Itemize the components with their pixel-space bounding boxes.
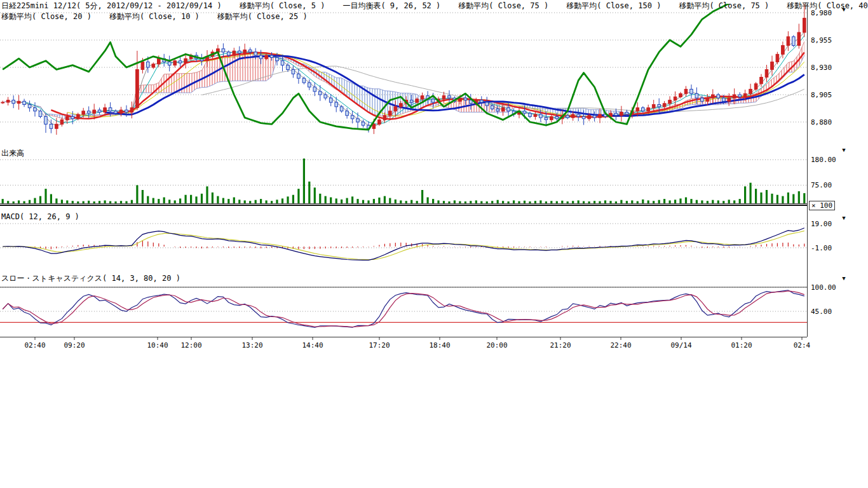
volume-pane-scroll-down-icon[interactable]: ▼ [839,147,849,154]
volume-multiplier-badge: × 100 [809,201,835,210]
legend-ma20: 移動平均( Close, 20 ) [1,11,92,22]
svg-text:13:20: 13:20 [241,341,262,349]
svg-text:12:00: 12:00 [180,341,201,349]
svg-text:8,930: 8,930 [811,64,832,72]
legend-ma75a: 移動平均( Close, 75 ) [458,1,548,11]
svg-text:21:20: 21:20 [550,341,571,349]
legend-ma40: 移動平均( Close, 40 ) [787,1,868,11]
stochastics-pane-label: スロー・ストキャスティクス( 14, 3, 80, 20 ) [1,273,180,284]
indicator-legend-row1: 日経225mini 12/12( 5分, 2012/09/12 - 2012/0… [1,1,868,11]
svg-text:100.00: 100.00 [811,283,836,292]
svg-text:14:40: 14:40 [302,341,323,349]
chart-app-window: 8,9808,9558,9308,9058,880180.0075.0019.0… [0,0,868,488]
svg-text:19.00: 19.00 [811,220,832,228]
svg-text:10:40: 10:40 [147,341,168,349]
svg-text:45.00: 45.00 [811,308,832,316]
svg-text:17:20: 17:20 [369,341,390,349]
svg-text:-1.00: -1.00 [811,244,832,252]
svg-text:180.00: 180.00 [811,156,836,164]
svg-text:75.00: 75.00 [811,181,832,189]
legend-ma25: 移動平均( Close, 25 ) [217,11,308,22]
svg-text:20:00: 20:00 [486,341,507,349]
legend-ma10: 移動平均( Close, 10 ) [109,11,200,22]
svg-text:8,955: 8,955 [811,36,832,44]
svg-text:22:40: 22:40 [610,341,631,349]
macd-pane-label: MACD( 12, 26, 9 ) [1,212,79,221]
volume-pane-label: 出来高 [1,148,24,159]
svg-text:8,880: 8,880 [811,118,832,126]
svg-text:09/14: 09/14 [670,341,691,349]
legend-instrument: 日経225mini 12/12( 5分, 2012/09/12 - 2012/0… [1,1,222,11]
stoch-pane-scroll-down-icon[interactable]: ▼ [839,275,849,283]
svg-text:18:40: 18:40 [429,341,450,349]
price-pane-scroll-down-icon[interactable]: ▼ [839,6,849,14]
svg-text:8,905: 8,905 [811,91,832,99]
chart-canvas: 8,9808,9558,9308,9058,880180.0075.0019.0… [0,0,868,356]
legend-ma5: 移動平均( Close, 5 ) [240,1,325,11]
svg-text:02:4: 02:4 [794,341,811,349]
legend-ichimoku: 一目均衡表( 9, 26, 52 ) [342,1,440,11]
legend-ma75b: 移動平均( Close, 75 ) [679,1,769,11]
legend-ma150: 移動平均( Close, 150 ) [566,1,661,11]
macd-pane-scroll-down-icon[interactable]: ▼ [839,215,849,222]
indicator-legend-row2: 移動平均( Close, 20 ) 移動平均( Close, 10 ) 移動平均… [1,11,308,22]
svg-text:01:20: 01:20 [731,341,752,349]
svg-text:09:20: 09:20 [64,341,85,349]
svg-text:02:40: 02:40 [24,341,45,349]
